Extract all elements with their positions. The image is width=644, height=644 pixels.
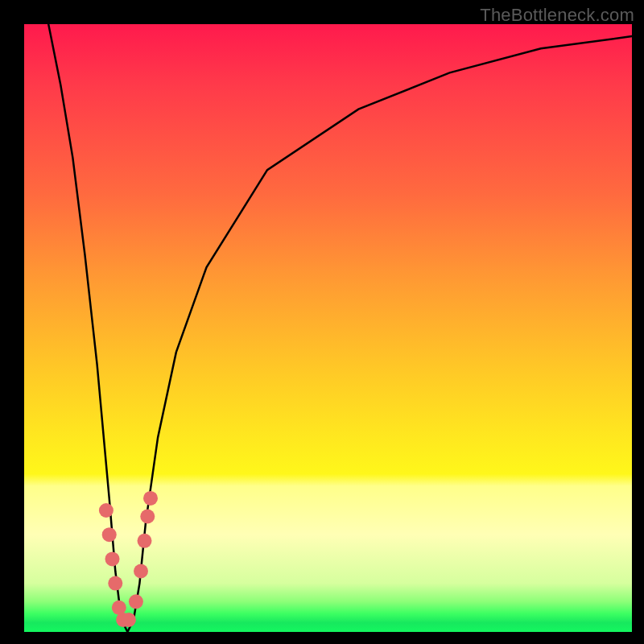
data-point	[102, 527, 117, 542]
data-point	[122, 613, 136, 627]
data-point	[105, 551, 120, 566]
data-point	[143, 491, 158, 506]
data-point	[108, 576, 122, 591]
data-point	[138, 534, 152, 548]
watermark-text: TheBottleneck.com	[480, 5, 634, 26]
chart-frame: TheBottleneck.com	[0, 0, 644, 644]
data-point	[129, 594, 143, 609]
bottleneck-curve	[48, 24, 632, 632]
plot-area	[24, 24, 632, 632]
data-point	[140, 510, 155, 524]
data-point	[99, 503, 114, 518]
data-point	[134, 564, 148, 579]
data-point-cluster	[99, 491, 158, 627]
curve-layer	[24, 24, 632, 632]
